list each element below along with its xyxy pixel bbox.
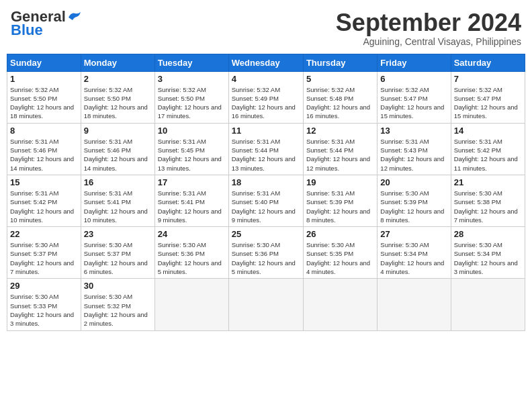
calendar-cell: 25Sunrise: 5:30 AMSunset: 5:36 PMDayligh… [228,227,303,279]
day-info: Sunrise: 5:31 AMSunset: 5:44 PMDaylight:… [306,137,374,173]
day-info: Sunrise: 5:32 AMSunset: 5:50 PMDaylight:… [84,85,152,121]
day-number: 11 [232,126,300,136]
day-info: Sunrise: 5:31 AMSunset: 5:40 PMDaylight:… [232,189,300,224]
day-number: 26 [306,229,374,239]
day-info: Sunrise: 5:30 AMSunset: 5:37 PMDaylight:… [84,240,152,276]
day-info: Sunrise: 5:30 AMSunset: 5:38 PMDaylight:… [454,189,522,224]
calendar-cell: 12Sunrise: 5:31 AMSunset: 5:44 PMDayligh… [303,123,377,175]
day-info: Sunrise: 5:32 AMSunset: 5:49 PMDaylight:… [232,85,300,121]
calendar-cell: 26Sunrise: 5:30 AMSunset: 5:35 PMDayligh… [303,227,377,279]
day-info: Sunrise: 5:30 AMSunset: 5:34 PMDaylight:… [380,240,447,276]
calendar-table: Sunday Monday Tuesday Wednesday Thursday… [7,54,525,331]
calendar-cell: 27Sunrise: 5:30 AMSunset: 5:34 PMDayligh… [378,227,451,279]
day-number: 20 [380,177,447,187]
month-title: September 2024 [336,9,521,36]
day-number: 22 [10,229,78,239]
day-info: Sunrise: 5:32 AMSunset: 5:50 PMDaylight:… [158,85,226,121]
page-header: General Blue September 2024 Aguining, Ce… [7,7,525,50]
day-info: Sunrise: 5:31 AMSunset: 5:42 PMDaylight:… [454,137,522,173]
day-info: Sunrise: 5:31 AMSunset: 5:46 PMDaylight:… [84,137,152,173]
day-info: Sunrise: 5:32 AMSunset: 5:47 PMDaylight:… [454,85,522,121]
day-info: Sunrise: 5:31 AMSunset: 5:46 PMDaylight:… [10,137,78,173]
calendar-cell: 24Sunrise: 5:30 AMSunset: 5:36 PMDayligh… [154,227,228,279]
logo-blue: Blue [11,23,43,38]
col-friday: Friday [378,54,451,71]
calendar-cell: 10Sunrise: 5:31 AMSunset: 5:45 PMDayligh… [154,123,228,175]
day-number: 1 [10,74,78,84]
calendar-cell [451,279,525,330]
calendar-cell: 17Sunrise: 5:31 AMSunset: 5:41 PMDayligh… [154,175,228,226]
day-info: Sunrise: 5:31 AMSunset: 5:43 PMDaylight:… [380,137,447,173]
day-number: 4 [232,74,300,84]
calendar-cell: 29Sunrise: 5:30 AMSunset: 5:33 PMDayligh… [7,279,81,330]
calendar-cell: 1Sunrise: 5:32 AMSunset: 5:50 PMDaylight… [7,71,81,123]
calendar-cell: 11Sunrise: 5:31 AMSunset: 5:44 PMDayligh… [228,123,303,175]
day-number: 7 [454,74,522,84]
calendar-cell: 3Sunrise: 5:32 AMSunset: 5:50 PMDaylight… [154,71,228,123]
col-thursday: Thursday [303,54,377,71]
calendar-cell: 16Sunrise: 5:31 AMSunset: 5:41 PMDayligh… [81,175,154,226]
calendar-cell: 6Sunrise: 5:32 AMSunset: 5:47 PMDaylight… [378,71,451,123]
day-info: Sunrise: 5:31 AMSunset: 5:41 PMDaylight:… [84,189,152,224]
location: Aguining, Central Visayas, Philippines [336,36,521,47]
calendar-cell [303,279,377,330]
day-number: 18 [232,177,300,187]
day-number: 15 [10,177,78,187]
calendar-cell: 19Sunrise: 5:31 AMSunset: 5:39 PMDayligh… [303,175,377,226]
day-number: 30 [84,281,152,291]
calendar-cell: 4Sunrise: 5:32 AMSunset: 5:49 PMDaylight… [228,71,303,123]
day-info: Sunrise: 5:30 AMSunset: 5:39 PMDaylight:… [380,189,447,224]
calendar-cell: 13Sunrise: 5:31 AMSunset: 5:43 PMDayligh… [378,123,451,175]
calendar-cell: 21Sunrise: 5:30 AMSunset: 5:38 PMDayligh… [451,175,525,226]
calendar-cell [154,279,228,330]
day-info: Sunrise: 5:30 AMSunset: 5:32 PMDaylight:… [84,292,152,328]
calendar-cell: 7Sunrise: 5:32 AMSunset: 5:47 PMDaylight… [451,71,525,123]
calendar-cell: 9Sunrise: 5:31 AMSunset: 5:46 PMDaylight… [81,123,154,175]
calendar-cell: 14Sunrise: 5:31 AMSunset: 5:42 PMDayligh… [451,123,525,175]
day-number: 8 [10,126,78,136]
title-block: September 2024 Aguining, Central Visayas… [336,9,521,47]
day-number: 10 [158,126,226,136]
calendar-week-row: 15Sunrise: 5:31 AMSunset: 5:42 PMDayligh… [7,175,525,226]
day-info: Sunrise: 5:30 AMSunset: 5:34 PMDaylight:… [454,240,522,276]
calendar-cell: 18Sunrise: 5:31 AMSunset: 5:40 PMDayligh… [228,175,303,226]
day-number: 27 [380,229,447,239]
calendar-cell: 30Sunrise: 5:30 AMSunset: 5:32 PMDayligh… [81,279,154,330]
logo: General Blue [11,9,82,38]
day-info: Sunrise: 5:32 AMSunset: 5:47 PMDaylight:… [380,85,447,121]
day-number: 23 [84,229,152,239]
day-number: 12 [306,126,374,136]
calendar-cell: 15Sunrise: 5:31 AMSunset: 5:42 PMDayligh… [7,175,81,226]
day-number: 19 [306,177,374,187]
day-info: Sunrise: 5:31 AMSunset: 5:45 PMDaylight:… [158,137,226,173]
col-saturday: Saturday [451,54,525,71]
day-info: Sunrise: 5:30 AMSunset: 5:37 PMDaylight:… [10,240,78,276]
day-info: Sunrise: 5:30 AMSunset: 5:33 PMDaylight:… [10,292,78,328]
day-number: 16 [84,177,152,187]
day-number: 2 [84,74,152,84]
day-number: 28 [454,229,522,239]
calendar-cell [378,279,451,330]
day-number: 17 [158,177,226,187]
calendar-cell: 28Sunrise: 5:30 AMSunset: 5:34 PMDayligh… [451,227,525,279]
calendar-cell: 23Sunrise: 5:30 AMSunset: 5:37 PMDayligh… [81,227,154,279]
col-tuesday: Tuesday [154,54,228,71]
calendar-cell: 8Sunrise: 5:31 AMSunset: 5:46 PMDaylight… [7,123,81,175]
day-info: Sunrise: 5:30 AMSunset: 5:35 PMDaylight:… [306,240,374,276]
day-number: 14 [454,126,522,136]
calendar-week-row: 22Sunrise: 5:30 AMSunset: 5:37 PMDayligh… [7,227,525,279]
calendar-week-row: 1Sunrise: 5:32 AMSunset: 5:50 PMDaylight… [7,71,525,123]
day-number: 6 [380,74,447,84]
day-info: Sunrise: 5:32 AMSunset: 5:48 PMDaylight:… [306,85,374,121]
day-number: 5 [306,74,374,84]
day-number: 9 [84,126,152,136]
calendar-cell: 20Sunrise: 5:30 AMSunset: 5:39 PMDayligh… [378,175,451,226]
day-number: 21 [454,177,522,187]
day-info: Sunrise: 5:31 AMSunset: 5:39 PMDaylight:… [306,189,374,224]
day-number: 3 [158,74,226,84]
calendar-cell [228,279,303,330]
calendar-cell: 22Sunrise: 5:30 AMSunset: 5:37 PMDayligh… [7,227,81,279]
logo-bird-icon [67,11,82,23]
calendar-header-row: Sunday Monday Tuesday Wednesday Thursday… [7,54,525,71]
calendar-week-row: 29Sunrise: 5:30 AMSunset: 5:33 PMDayligh… [7,279,525,330]
